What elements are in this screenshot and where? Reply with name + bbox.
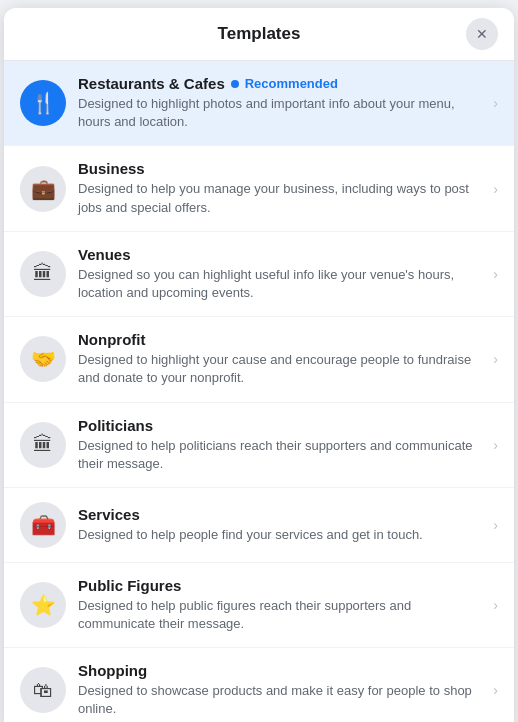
template-desc-nonprofit: Designed to highlight your cause and enc… bbox=[78, 351, 481, 387]
template-item-shopping[interactable]: 🛍ShoppingDesigned to showcase products a… bbox=[4, 648, 514, 722]
chevron-right-icon-services: › bbox=[493, 517, 498, 533]
template-name-row-shopping: Shopping bbox=[78, 662, 481, 679]
template-desc-services: Designed to help people find your servic… bbox=[78, 526, 481, 544]
template-desc-business: Designed to help you manage your busines… bbox=[78, 180, 481, 216]
template-icon-restaurants: 🍴 bbox=[20, 80, 66, 126]
template-item-business[interactable]: 💼BusinessDesigned to help you manage you… bbox=[4, 146, 514, 231]
template-icon-nonprofit: 🤝 bbox=[20, 336, 66, 382]
template-info-public-figures: Public FiguresDesigned to help public fi… bbox=[78, 577, 481, 633]
template-name-label-business: Business bbox=[78, 160, 145, 177]
template-name-row-restaurants: Restaurants & CafesRecommended bbox=[78, 75, 481, 92]
template-desc-public-figures: Designed to help public figures reach th… bbox=[78, 597, 481, 633]
template-name-label-restaurants: Restaurants & Cafes bbox=[78, 75, 225, 92]
recommended-label: Recommended bbox=[245, 76, 338, 91]
modal-title: Templates bbox=[218, 24, 301, 44]
template-item-nonprofit[interactable]: 🤝NonprofitDesigned to highlight your cau… bbox=[4, 317, 514, 402]
chevron-right-icon-business: › bbox=[493, 181, 498, 197]
template-name-label-venues: Venues bbox=[78, 246, 131, 263]
template-name-label-public-figures: Public Figures bbox=[78, 577, 181, 594]
chevron-right-icon-restaurants: › bbox=[493, 95, 498, 111]
template-info-shopping: ShoppingDesigned to showcase products an… bbox=[78, 662, 481, 718]
template-icon-public-figures: ⭐ bbox=[20, 582, 66, 628]
chevron-right-icon-nonprofit: › bbox=[493, 351, 498, 367]
template-info-venues: VenuesDesigned so you can highlight usef… bbox=[78, 246, 481, 302]
template-desc-venues: Designed so you can highlight useful inf… bbox=[78, 266, 481, 302]
template-item-venues[interactable]: 🏛VenuesDesigned so you can highlight use… bbox=[4, 232, 514, 317]
template-item-public-figures[interactable]: ⭐Public FiguresDesigned to help public f… bbox=[4, 563, 514, 648]
template-item-services[interactable]: 🧰ServicesDesigned to help people find yo… bbox=[4, 488, 514, 563]
template-desc-restaurants: Designed to highlight photos and importa… bbox=[78, 95, 481, 131]
recommended-dot bbox=[231, 80, 239, 88]
chevron-right-icon-public-figures: › bbox=[493, 597, 498, 613]
template-name-label-shopping: Shopping bbox=[78, 662, 147, 679]
template-icon-politicians: 🏛 bbox=[20, 422, 66, 468]
template-desc-shopping: Designed to showcase products and make i… bbox=[78, 682, 481, 718]
template-icon-venues: 🏛 bbox=[20, 251, 66, 297]
modal-header: Templates ✕ bbox=[4, 8, 514, 61]
template-info-politicians: PoliticiansDesigned to help politicians … bbox=[78, 417, 481, 473]
template-icon-services: 🧰 bbox=[20, 502, 66, 548]
template-name-row-politicians: Politicians bbox=[78, 417, 481, 434]
template-name-label-nonprofit: Nonprofit bbox=[78, 331, 145, 348]
template-info-services: ServicesDesigned to help people find you… bbox=[78, 506, 481, 544]
template-item-politicians[interactable]: 🏛PoliticiansDesigned to help politicians… bbox=[4, 403, 514, 488]
chevron-right-icon-venues: › bbox=[493, 266, 498, 282]
template-name-label-politicians: Politicians bbox=[78, 417, 153, 434]
template-name-row-business: Business bbox=[78, 160, 481, 177]
chevron-right-icon-shopping: › bbox=[493, 682, 498, 698]
template-info-business: BusinessDesigned to help you manage your… bbox=[78, 160, 481, 216]
template-name-row-public-figures: Public Figures bbox=[78, 577, 481, 594]
template-info-nonprofit: NonprofitDesigned to highlight your caus… bbox=[78, 331, 481, 387]
template-name-label-services: Services bbox=[78, 506, 140, 523]
template-item-restaurants[interactable]: 🍴Restaurants & CafesRecommendedDesigned … bbox=[4, 61, 514, 146]
template-name-row-services: Services bbox=[78, 506, 481, 523]
template-name-row-nonprofit: Nonprofit bbox=[78, 331, 481, 348]
template-icon-business: 💼 bbox=[20, 166, 66, 212]
template-list: 🍴Restaurants & CafesRecommendedDesigned … bbox=[4, 61, 514, 722]
templates-modal: Templates ✕ 🍴Restaurants & CafesRecommen… bbox=[4, 8, 514, 722]
template-name-row-venues: Venues bbox=[78, 246, 481, 263]
close-button[interactable]: ✕ bbox=[466, 18, 498, 50]
template-icon-shopping: 🛍 bbox=[20, 667, 66, 713]
template-desc-politicians: Designed to help politicians reach their… bbox=[78, 437, 481, 473]
template-info-restaurants: Restaurants & CafesRecommendedDesigned t… bbox=[78, 75, 481, 131]
chevron-right-icon-politicians: › bbox=[493, 437, 498, 453]
